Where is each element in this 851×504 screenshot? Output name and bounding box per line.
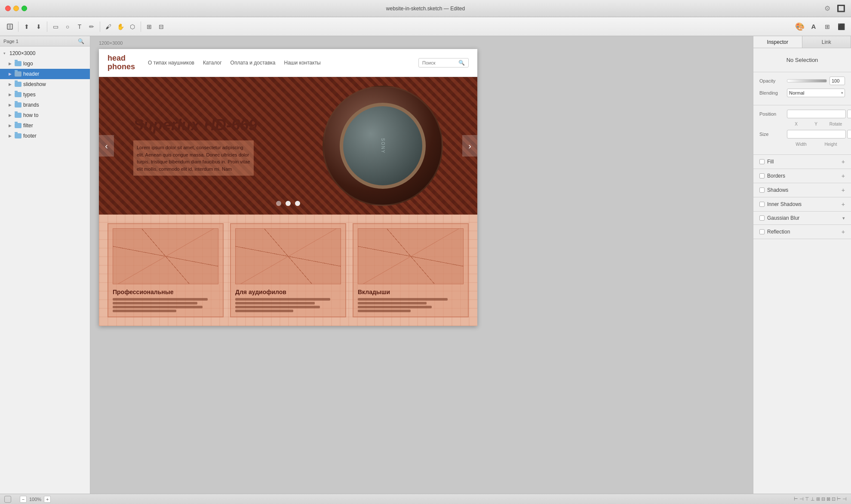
toolbar-import-icon[interactable]: ⬇ xyxy=(33,21,44,32)
toolbar-align-icon[interactable]: ⊞ xyxy=(144,21,155,32)
folder-icon xyxy=(15,71,22,77)
canvas-area[interactable]: 1200×3000 head phones О типах наушников … xyxy=(90,36,753,494)
inner-shadows-checkbox[interactable] xyxy=(759,202,765,207)
toolbar-slice-icon[interactable] xyxy=(4,21,15,32)
zoom-out-button[interactable]: − xyxy=(20,496,27,503)
hero-dot-2[interactable] xyxy=(286,201,291,206)
gaussian-blur-checkbox[interactable] xyxy=(759,215,765,221)
text-line xyxy=(235,298,330,301)
toolbar-scale-icon[interactable]: ⬡ xyxy=(127,21,138,32)
product-card-3[interactable]: Вкладыши xyxy=(353,223,469,317)
size-inputs xyxy=(787,130,851,138)
fill-add-icon[interactable]: + xyxy=(842,158,845,165)
align-icon-7[interactable]: ⊠ xyxy=(826,496,830,502)
toolbar-rect-icon[interactable]: ▭ xyxy=(50,21,61,32)
align-icon-6[interactable]: ⊟ xyxy=(821,496,825,502)
crosshair-icon xyxy=(4,496,11,503)
hero-dot-3[interactable] xyxy=(295,201,300,206)
product-image-2 xyxy=(235,228,341,284)
position-labels-row: X Y Rotate xyxy=(759,122,845,126)
opacity-bar[interactable] xyxy=(787,79,827,83)
align-icon-2[interactable]: ⊣ xyxy=(799,496,804,502)
nav-item-4[interactable]: Наши контакты xyxy=(284,60,321,66)
nav-item-3[interactable]: Оплата и доставка xyxy=(230,60,276,66)
hero-text-box: Lorem ipsum dolor sit amet, consectetur … xyxy=(133,141,254,176)
toolbar-font-icon[interactable]: A xyxy=(808,21,819,32)
hero-slider: SONY ‹ › Superlux HD-669 Lorem ipsum dol… xyxy=(99,77,477,215)
layer-brands[interactable]: ▶ brands xyxy=(0,100,90,110)
y-input[interactable] xyxy=(847,110,851,118)
tab-inspector[interactable]: Inspector xyxy=(753,36,802,48)
width-input[interactable] xyxy=(787,130,846,138)
layer-header[interactable]: ▶ header xyxy=(0,69,90,79)
blending-select[interactable]: Normal xyxy=(787,89,845,97)
layer-howto[interactable]: ▶ how to xyxy=(0,110,90,120)
borders-checkbox[interactable] xyxy=(759,173,765,178)
hero-prev-button[interactable]: ‹ xyxy=(99,135,114,157)
toolbar-export-icon[interactable]: ⬆ xyxy=(21,21,32,32)
reflection-header: Reflection + xyxy=(753,225,851,239)
reflection-add-icon[interactable]: + xyxy=(842,228,845,235)
logo-line1: head xyxy=(108,54,135,63)
top-right-icon-1[interactable]: ⚙ xyxy=(822,3,833,14)
tab-link-label: Link xyxy=(822,39,831,45)
layer-filter[interactable]: ▶ filter xyxy=(0,120,90,131)
align-icon-5[interactable]: ⊞ xyxy=(816,496,820,502)
layer-types[interactable]: ▶ types xyxy=(0,89,90,100)
nav-item-2[interactable]: Каталог xyxy=(203,60,222,66)
toolbar-hand-icon[interactable]: ✋ xyxy=(115,21,126,32)
nav-item-1[interactable]: О типах наушников xyxy=(148,60,194,66)
maximize-button[interactable] xyxy=(22,6,27,11)
shadows-checkbox[interactable] xyxy=(759,187,765,193)
position-inputs xyxy=(787,110,851,118)
toolbar-text-icon[interactable]: T xyxy=(74,21,85,32)
site-search[interactable]: 🔍 xyxy=(418,58,469,68)
opacity-input[interactable] xyxy=(829,77,845,85)
shadows-add-icon[interactable]: + xyxy=(842,187,845,194)
hero-dot-1[interactable] xyxy=(276,201,281,206)
status-bar: − 100% + ⊢ ⊣ ⊤ ⊥ ⊞ ⊟ ⊠ ⊡ ⊢ ⊣ xyxy=(0,494,851,504)
close-button[interactable] xyxy=(5,6,11,11)
headphone-inner: SONY xyxy=(340,103,426,189)
hero-next-button[interactable]: › xyxy=(462,135,477,157)
zoom-in-button[interactable]: + xyxy=(44,496,51,503)
tab-link[interactable]: Link xyxy=(802,36,851,48)
toolbar-color-icon[interactable]: 🎨 xyxy=(794,21,805,32)
text-line xyxy=(113,310,176,312)
borders-add-icon[interactable]: + xyxy=(842,172,845,179)
product-title-3: Вкладыши xyxy=(358,289,464,295)
align-icon-10[interactable]: ⊣ xyxy=(842,496,847,502)
align-icon-9[interactable]: ⊢ xyxy=(837,496,841,502)
product-card-2[interactable]: Для аудиофилов xyxy=(230,223,346,317)
inner-shadows-add-icon[interactable]: + xyxy=(842,201,845,208)
height-input[interactable] xyxy=(847,130,851,138)
zoom-controls: − 100% + xyxy=(20,496,51,503)
align-icon-8[interactable]: ⊡ xyxy=(832,496,836,502)
arrow-icon: ▶ xyxy=(9,113,13,117)
toolbar-distribute-icon[interactable]: ⊟ xyxy=(156,21,167,32)
toolbar-settings-icon[interactable]: ⬛ xyxy=(836,21,847,32)
reflection-checkbox[interactable] xyxy=(759,229,765,234)
align-icon-1[interactable]: ⊢ xyxy=(794,496,798,502)
toolbar-grid-icon[interactable]: ⊞ xyxy=(822,21,833,32)
layer-footer[interactable]: ▶ footer xyxy=(0,131,90,141)
opacity-label: Opacity xyxy=(759,78,784,83)
minimize-button[interactable] xyxy=(13,6,19,11)
page-search-icon[interactable]: 🔍 xyxy=(75,36,86,47)
fill-checkbox[interactable] xyxy=(759,159,765,164)
layer-logo[interactable]: ▶ logo xyxy=(0,58,90,69)
align-icon-3[interactable]: ⊤ xyxy=(805,496,809,502)
site-logo: head phones xyxy=(108,54,135,71)
layer-label: types xyxy=(23,92,36,98)
hero-headphone-image: SONY xyxy=(323,86,443,206)
layer-slideshow[interactable]: ▶ slideshow xyxy=(0,79,90,89)
align-icon-4[interactable]: ⊥ xyxy=(811,496,815,502)
toolbar-pen-icon[interactable]: ✏ xyxy=(86,21,97,32)
x-input[interactable] xyxy=(787,110,846,118)
toolbar-paint-icon[interactable]: 🖌 xyxy=(103,21,114,32)
search-input[interactable] xyxy=(422,60,457,65)
layer-root[interactable]: ▾ 1200×3000 xyxy=(0,48,90,58)
product-card-1[interactable]: Профессиональные xyxy=(108,223,224,317)
toolbar-circle-icon[interactable]: ○ xyxy=(62,21,73,32)
top-right-icon-2[interactable]: 🔲 xyxy=(836,3,847,14)
